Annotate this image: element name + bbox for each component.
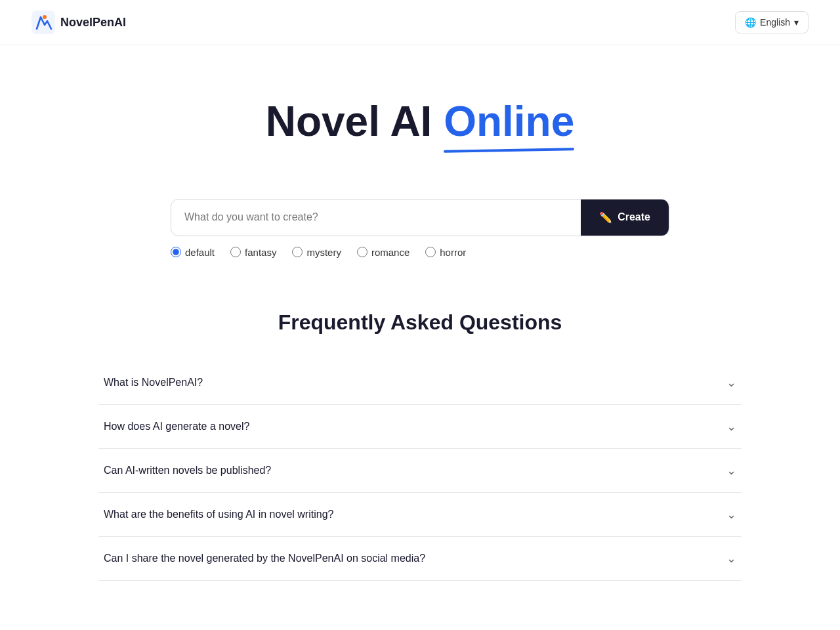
chevron-down-icon-5: ⌄ xyxy=(726,551,736,566)
faq-question-3[interactable]: Can AI-written novels be published? ⌄ xyxy=(98,449,742,492)
faq-section: Frequently Asked Questions What is Novel… xyxy=(0,271,840,607)
pen-icon: ✏️ xyxy=(599,211,612,224)
genre-row: default fantasy mystery romance horror xyxy=(171,247,669,258)
create-label: Create xyxy=(618,211,650,223)
genre-romance-radio[interactable] xyxy=(357,247,368,257)
chevron-down-icon: ▾ xyxy=(794,17,799,28)
faq-question-1-text: What is NovelPenAI? xyxy=(104,377,203,388)
hero-title: Novel AI Online xyxy=(32,98,808,146)
chevron-down-icon-4: ⌄ xyxy=(726,507,736,522)
faq-question-5[interactable]: Can I share the novel generated by the N… xyxy=(98,537,742,580)
faq-item-1: What is NovelPenAI? ⌄ xyxy=(98,361,742,405)
faq-question-2-text: How does AI generate a novel? xyxy=(104,421,249,432)
genre-fantasy-label: fantasy xyxy=(245,247,276,258)
genre-default-label: default xyxy=(185,247,215,258)
genre-horror-label: horror xyxy=(440,247,466,258)
genre-mystery-radio[interactable] xyxy=(292,247,303,257)
genre-horror[interactable]: horror xyxy=(425,247,466,258)
logo-icon xyxy=(32,10,55,34)
lang-label: English xyxy=(760,17,790,28)
faq-question-4-text: What are the benefits of using AI in nov… xyxy=(104,509,333,520)
genre-fantasy[interactable]: fantasy xyxy=(230,247,276,258)
genre-default-radio[interactable] xyxy=(171,247,181,257)
search-input[interactable] xyxy=(171,200,581,236)
genre-fantasy-radio[interactable] xyxy=(230,247,241,257)
globe-icon: 🌐 xyxy=(745,17,756,28)
faq-title: Frequently Asked Questions xyxy=(98,310,742,335)
hero-title-highlight: Online xyxy=(444,98,574,146)
faq-question-3-text: Can AI-written novels be published? xyxy=(104,465,271,476)
header: NovelPenAI 🌐 English ▾ xyxy=(0,0,840,45)
chevron-down-icon-2: ⌄ xyxy=(726,419,736,434)
genre-romance[interactable]: romance xyxy=(357,247,410,258)
svg-point-1 xyxy=(43,15,47,19)
create-button[interactable]: ✏️ Create xyxy=(581,200,669,236)
faq-item-4: What are the benefits of using AI in nov… xyxy=(98,493,742,537)
language-button[interactable]: 🌐 English ▾ xyxy=(735,11,808,33)
chevron-down-icon-1: ⌄ xyxy=(726,375,736,390)
search-area: ✏️ Create default fantasy mystery romanc… xyxy=(0,173,840,271)
hero-section: Novel AI Online xyxy=(0,45,840,173)
chevron-down-icon-3: ⌄ xyxy=(726,463,736,478)
faq-question-4[interactable]: What are the benefits of using AI in nov… xyxy=(98,493,742,536)
genre-default[interactable]: default xyxy=(171,247,215,258)
footer: ▲ FEATURED ON AITOOLNET.com AIPURE AI Do… xyxy=(0,620,840,630)
genre-mystery[interactable]: mystery xyxy=(292,247,341,258)
genre-romance-label: romance xyxy=(371,247,410,258)
faq-question-2[interactable]: How does AI generate a novel? ⌄ xyxy=(98,405,742,448)
faq-item-2: How does AI generate a novel? ⌄ xyxy=(98,405,742,449)
faq-item-3: Can AI-written novels be published? ⌄ xyxy=(98,449,742,493)
genre-horror-radio[interactable] xyxy=(425,247,436,257)
faq-question-1[interactable]: What is NovelPenAI? ⌄ xyxy=(98,361,742,404)
logo-text: NovelPenAI xyxy=(60,16,126,30)
search-row: ✏️ Create xyxy=(171,199,669,236)
logo-area: NovelPenAI xyxy=(32,10,126,34)
faq-question-5-text: Can I share the novel generated by the N… xyxy=(104,553,425,564)
genre-mystery-label: mystery xyxy=(306,247,341,258)
faq-item-5: Can I share the novel generated by the N… xyxy=(98,537,742,581)
hero-title-text: Novel AI xyxy=(266,98,444,145)
